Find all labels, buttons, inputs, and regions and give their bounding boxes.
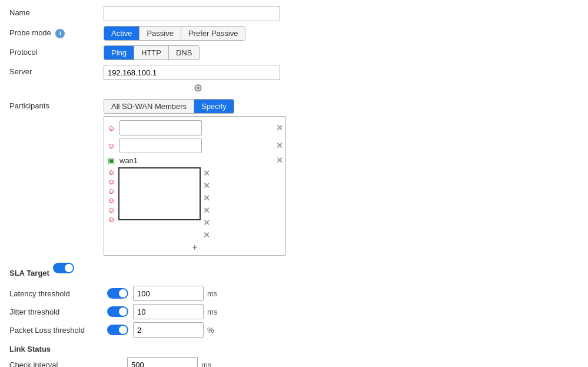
name-row: Name <box>9 6 579 21</box>
server-input[interactable] <box>104 65 280 80</box>
participant-input-2[interactable] <box>119 138 202 153</box>
check-interval-row: Check interval ms <box>9 357 579 367</box>
check-interval-label: Check interval <box>9 361 127 368</box>
jitter-slider <box>107 306 128 317</box>
participant-remove-1[interactable]: ✕ <box>276 123 283 133</box>
participant-icon-4: ☺ <box>107 167 116 177</box>
server-area: ⊕ <box>104 65 292 94</box>
server-label: Server <box>9 65 104 76</box>
participant-icon-3: ▣ <box>107 156 116 165</box>
probe-mode-label: Probe mode i <box>9 26 104 38</box>
participant-add-btn[interactable]: + <box>192 242 197 253</box>
participants-label: Participants <box>9 99 104 110</box>
protocol-ping-btn[interactable]: Ping <box>104 46 134 59</box>
protocol-http-btn[interactable]: HTTP <box>134 46 169 59</box>
participants-list: ☺ ✕ ☺ ✕ ▣ wan1 ✕ ☺ ☺ ☺ <box>104 116 286 256</box>
probe-mode-prefer-passive-btn[interactable]: Prefer Passive <box>181 27 245 40</box>
participant-remove-3[interactable]: ✕ <box>276 156 283 165</box>
latency-slider <box>107 288 128 299</box>
participant-input-1[interactable] <box>119 120 202 135</box>
server-row: Server ⊕ <box>9 65 579 94</box>
check-interval-input[interactable] <box>127 357 198 367</box>
participants-mode-btn-group: All SD-WAN Members Specify <box>104 99 234 114</box>
packet-loss-unit: % <box>207 326 214 335</box>
jitter-unit: ms <box>207 308 217 316</box>
participant-row-3: ▣ wan1 ✕ <box>107 154 283 166</box>
participant-icon-5: ☺ <box>107 177 116 186</box>
participant-remove-5[interactable]: ✕ <box>203 181 210 190</box>
protocol-row: Protocol Ping HTTP DNS <box>9 45 579 60</box>
participant-text-3: wan1 <box>119 156 138 165</box>
link-status-section: Link Status Check interval ms Failures b… <box>9 345 579 367</box>
jitter-label: Jitter threshold <box>9 308 104 316</box>
sla-target-toggle[interactable] <box>53 263 74 273</box>
latency-input[interactable] <box>133 286 204 301</box>
participant-icon-9: ☺ <box>107 214 116 224</box>
packet-loss-row: Packet Loss threshold % <box>9 322 579 338</box>
jitter-row: Jitter threshold ms <box>9 304 579 319</box>
participant-icon-8: ☺ <box>107 205 116 214</box>
participants-multi-input[interactable] <box>118 167 201 220</box>
jitter-input[interactable] <box>133 304 204 319</box>
participants-all-btn[interactable]: All SD-WAN Members <box>104 100 194 113</box>
participant-icon-6: ☺ <box>107 186 116 196</box>
latency-toggle[interactable] <box>107 288 128 299</box>
latency-label: Latency threshold <box>9 289 104 298</box>
participant-remove-7[interactable]: ✕ <box>203 206 210 215</box>
protocol-label: Protocol <box>9 45 104 57</box>
participant-remove-9[interactable]: ✕ <box>203 230 210 240</box>
name-label: Name <box>9 6 104 17</box>
probe-mode-btn-group: Active Passive Prefer Passive <box>104 26 245 41</box>
link-status-label: Link Status <box>9 345 579 353</box>
participant-remove-8[interactable]: ✕ <box>203 218 210 227</box>
packet-loss-label: Packet Loss threshold <box>9 326 104 335</box>
server-add-btn[interactable]: ⊕ <box>194 81 202 94</box>
protocol-btn-group: Ping HTTP DNS <box>104 45 200 60</box>
check-interval-unit: ms <box>201 361 211 368</box>
protocol-dns-btn[interactable]: DNS <box>169 46 199 59</box>
latency-row: Latency threshold ms <box>9 286 579 301</box>
probe-mode-passive-btn[interactable]: Passive <box>139 27 181 40</box>
participants-specify-btn[interactable]: Specify <box>194 100 234 113</box>
participant-icon-7: ☺ <box>107 196 116 205</box>
latency-unit: ms <box>207 289 217 298</box>
packet-loss-toggle[interactable] <box>107 325 128 335</box>
probe-mode-row: Probe mode i Active Passive Prefer Passi… <box>9 26 579 41</box>
name-input[interactable] <box>104 6 280 21</box>
participant-row-1: ☺ ✕ <box>107 119 283 137</box>
sla-target-slider <box>53 263 74 273</box>
participant-remove-2[interactable]: ✕ <box>276 141 283 150</box>
participant-remove-6[interactable]: ✕ <box>203 193 210 203</box>
probe-mode-info-icon[interactable]: i <box>55 29 65 38</box>
sla-target-row: SLA Target <box>9 262 579 281</box>
participant-row-2: ☺ ✕ <box>107 137 283 154</box>
participant-icon-2: ☺ <box>107 141 116 150</box>
packet-loss-input[interactable] <box>133 322 204 338</box>
participant-remove-4[interactable]: ✕ <box>203 168 210 178</box>
jitter-toggle[interactable] <box>107 306 128 317</box>
participant-icon-1: ☺ <box>107 123 116 133</box>
probe-mode-active-btn[interactable]: Active <box>104 27 139 40</box>
sla-target-label: SLA Target <box>9 269 49 277</box>
packet-loss-slider <box>107 325 128 335</box>
participants-row: Participants All SD-WAN Members Specify … <box>9 99 579 256</box>
